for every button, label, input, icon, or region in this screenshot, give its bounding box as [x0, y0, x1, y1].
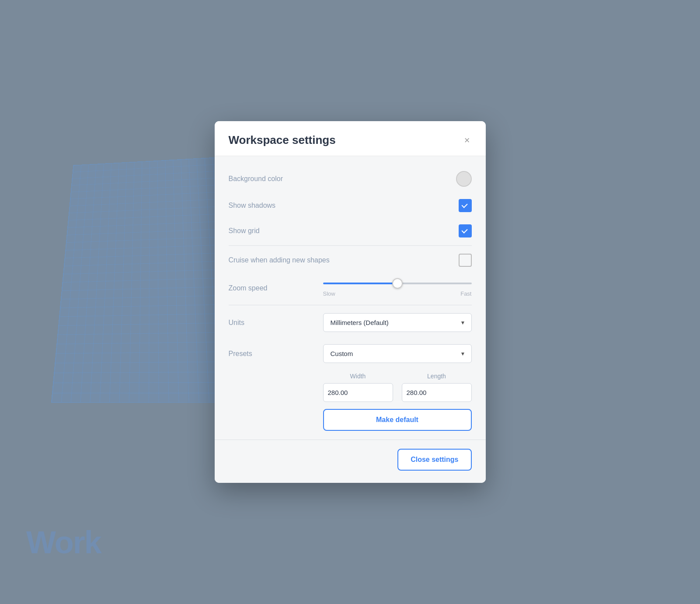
- modal-footer: Close settings: [215, 440, 486, 483]
- presets-row: Presets Custom A4 A3 Letter ▼: [229, 338, 472, 369]
- show-shadows-checkbox[interactable]: [459, 199, 472, 212]
- length-group: Length: [402, 373, 472, 402]
- make-default-button[interactable]: Make default: [323, 409, 472, 431]
- zoom-speed-row: Zoom speed Slow Fast: [229, 273, 472, 303]
- show-grid-row: Show grid: [229, 218, 472, 244]
- cruise-label: Cruise when adding new shapes: [229, 256, 330, 264]
- divider-1: [229, 245, 472, 246]
- slider-thumb[interactable]: [392, 278, 403, 289]
- dimension-row: Width Length: [323, 373, 472, 402]
- background-color-swatch[interactable]: [456, 171, 472, 187]
- close-settings-button[interactable]: Close settings: [397, 449, 471, 471]
- slider-slow-label: Slow: [323, 290, 335, 297]
- workspace-watermark: Work: [26, 524, 101, 560]
- units-dropdown[interactable]: Millimeters (Default) Inches Centimeters: [323, 313, 472, 332]
- show-shadows-row: Show shadows: [229, 193, 472, 218]
- background-color-label: Background color: [229, 175, 283, 183]
- slider-track-wrapper: [323, 279, 472, 288]
- length-label: Length: [402, 373, 472, 380]
- slider-labels: Slow Fast: [323, 290, 472, 297]
- settings-section-main: Background color Show shadows Show grid …: [215, 156, 486, 440]
- show-shadows-label: Show shadows: [229, 202, 276, 209]
- slider-fast-label: Fast: [460, 290, 471, 297]
- show-grid-label: Show grid: [229, 227, 260, 235]
- modal-close-button[interactable]: ×: [463, 134, 472, 147]
- presets-label: Presets: [229, 350, 252, 358]
- cruise-row: Cruise when adding new shapes: [229, 248, 472, 273]
- width-input[interactable]: [323, 383, 393, 402]
- presets-dropdown[interactable]: Custom A4 A3 Letter: [323, 344, 472, 363]
- length-input[interactable]: [402, 383, 472, 402]
- width-label: Width: [323, 373, 393, 380]
- units-dropdown-wrapper: Millimeters (Default) Inches Centimeters…: [323, 313, 472, 332]
- zoom-speed-label: Zoom speed: [229, 284, 268, 292]
- divider-2: [229, 305, 472, 305]
- modal-title: Workspace settings: [229, 133, 336, 147]
- modal-body: Background color Show shadows Show grid …: [215, 156, 486, 440]
- background-color-row: Background color: [229, 165, 472, 193]
- presets-dropdown-wrapper: Custom A4 A3 Letter ▼: [323, 344, 472, 363]
- width-group: Width: [323, 373, 393, 402]
- cruise-checkbox[interactable]: [459, 254, 472, 267]
- units-row: Units Millimeters (Default) Inches Centi…: [229, 307, 472, 338]
- slider-track: [323, 283, 472, 284]
- show-grid-checkbox[interactable]: [459, 224, 472, 237]
- workspace-settings-modal: Workspace settings × Background color Sh…: [215, 121, 486, 483]
- modal-header: Workspace settings ×: [215, 121, 486, 156]
- units-label: Units: [229, 319, 244, 327]
- zoom-speed-slider-container: Slow Fast: [323, 279, 472, 297]
